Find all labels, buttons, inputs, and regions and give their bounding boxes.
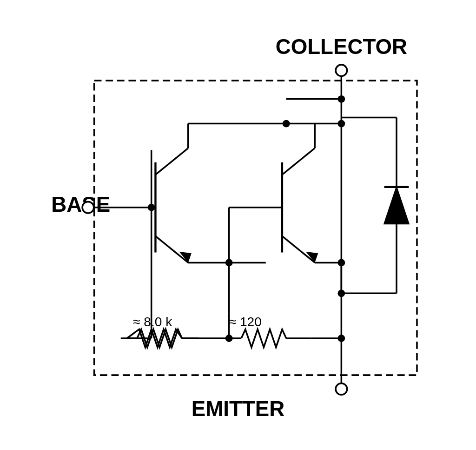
q2-emitter-line [282, 236, 315, 262]
base-terminal [82, 201, 94, 213]
outer-box [94, 81, 417, 375]
circuit-diagram: COLLECTOR BASE EMITTER [29, 16, 447, 435]
base-label: BASE [51, 192, 110, 216]
q1-emitter-line [155, 236, 188, 262]
emitter-terminal [336, 383, 347, 395]
collector-rail-junction [337, 120, 345, 127]
diode-triangle [384, 187, 409, 223]
collector-label: COLLECTOR [276, 35, 407, 59]
q2-collector-line [282, 148, 315, 175]
r2-resistor [241, 329, 286, 347]
q1-collector-line [155, 148, 188, 175]
r2-emitter-junction [337, 335, 345, 342]
r1-value-label: ≈ 8.0 k [133, 314, 172, 329]
emitter-label: EMITTER [192, 397, 285, 421]
collector-terminal [336, 65, 347, 76]
r2-value-label: ≈ 120 [229, 314, 262, 329]
